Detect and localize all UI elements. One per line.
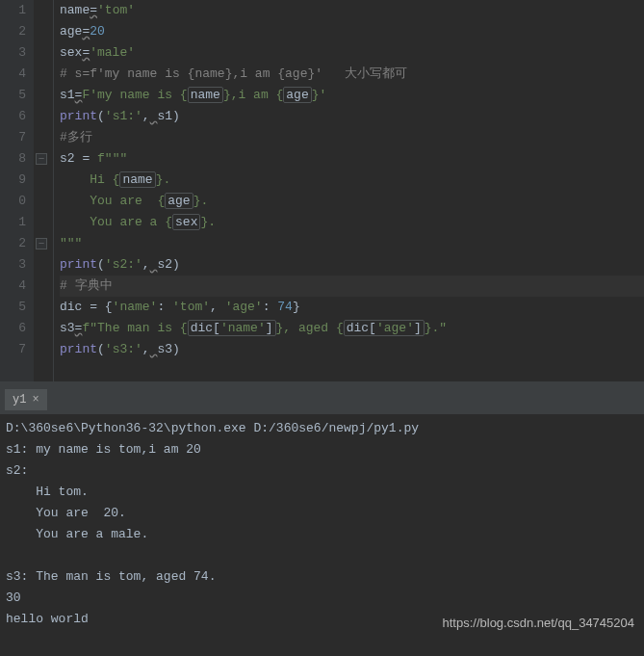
code-line: # 字典中 <box>60 276 644 297</box>
code-line: print('s2:', s2) <box>60 254 644 276</box>
line-number: 6 <box>0 106 26 127</box>
code-line: age=20 <box>60 21 644 42</box>
line-number: 5 <box>0 85 26 106</box>
code-line: s1=F'my name is {name},i am {age}' <box>60 85 644 106</box>
code-line: dic = {'name': 'tom', 'age': 74} <box>60 297 644 318</box>
console-line <box>6 545 638 566</box>
line-number: 9 <box>0 170 26 191</box>
line-number: 1 <box>0 212 26 233</box>
line-number: 2 <box>0 233 26 254</box>
code-line: sex='male' <box>60 42 644 64</box>
console-line: s2: <box>6 460 638 482</box>
code-line: #多行 <box>60 127 644 148</box>
close-icon[interactable]: × <box>32 393 39 407</box>
console-line: 30 <box>6 588 638 609</box>
code-line: name='tom' <box>60 0 644 21</box>
tab-label: y1 <box>13 393 26 407</box>
code-line: You are a {sex}. <box>60 212 644 233</box>
line-number: 0 <box>0 191 26 212</box>
console-line: s3: The man is tom, aged 74. <box>6 566 638 588</box>
line-number: 5 <box>0 297 26 318</box>
code-line: """ <box>60 233 644 254</box>
console-line: D:\360se6\Python36-32\python.exe D:/360s… <box>6 418 638 439</box>
fold-column <box>34 0 53 381</box>
code-area[interactable]: name='tom' age=20 sex='male' # s=f'my na… <box>53 0 644 381</box>
line-number: 8 <box>0 148 26 170</box>
code-line: Hi {name}. <box>60 170 644 191</box>
code-line: s3=f"The man is {dic['name']}, aged {dic… <box>60 318 644 339</box>
console-tab-bar: y1 × <box>0 385 644 414</box>
line-number: 2 <box>0 21 26 42</box>
code-line: print('s3:', s3) <box>60 339 644 360</box>
line-number: 4 <box>0 276 26 297</box>
console-tab[interactable]: y1 × <box>5 389 47 410</box>
line-number: 7 <box>0 127 26 148</box>
code-editor: 1 2 3 4 5 6 7 8 9 0 1 2 3 4 5 6 7 name='… <box>0 0 644 381</box>
fold-collapse-icon[interactable] <box>36 238 47 249</box>
console-line: Hi tom. <box>6 482 638 503</box>
line-number: 7 <box>0 339 26 360</box>
code-line: print('s1:', s1) <box>60 106 644 127</box>
console-output[interactable]: D:\360se6\Python36-32\python.exe D:/360s… <box>0 414 644 634</box>
line-number: 3 <box>0 254 26 276</box>
console-line: You are a male. <box>6 524 638 545</box>
line-number: 1 <box>0 0 26 21</box>
line-number: 3 <box>0 42 26 64</box>
watermark-text: https://blog.csdn.net/qq_34745204 <box>443 616 635 630</box>
line-number: 6 <box>0 318 26 339</box>
line-number-gutter: 1 2 3 4 5 6 7 8 9 0 1 2 3 4 5 6 7 <box>0 0 34 381</box>
console-line: s1: my name is tom,i am 20 <box>6 439 638 460</box>
fold-collapse-icon[interactable] <box>36 153 47 165</box>
code-line <box>60 360 644 381</box>
code-line: # s=f'my name is {name},i am {age}' 大小写都… <box>60 64 644 85</box>
line-number: 4 <box>0 64 26 85</box>
console-line: You are 20. <box>6 503 638 524</box>
code-line: You are {age}. <box>60 191 644 212</box>
code-line: s2 = f""" <box>60 148 644 170</box>
